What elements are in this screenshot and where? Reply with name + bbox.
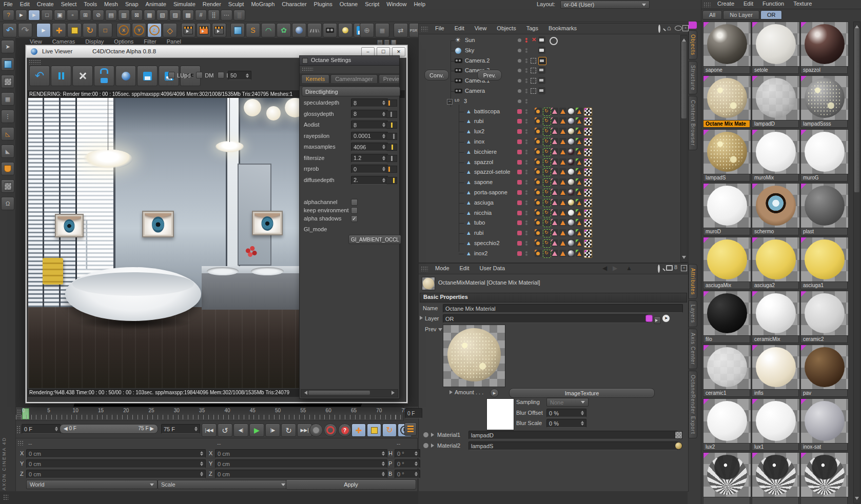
visibility-dots[interactable]: [525, 200, 527, 206]
visibility-dots[interactable]: [525, 169, 527, 175]
smoothing-tag[interactable]: ↻: [543, 128, 551, 136]
stepper-icon[interactable]: [415, 450, 418, 457]
object-menu-file[interactable]: File: [430, 24, 449, 32]
camera-tag-selected[interactable]: [538, 57, 546, 65]
current-frame-field[interactable]: 0 F: [22, 424, 61, 434]
material-thumb[interactable]: [800, 452, 849, 497]
object-menu-tags[interactable]: Tags: [521, 24, 543, 32]
position-toggle-icon[interactable]: ✚: [351, 424, 366, 437]
coord-field-P1[interactable]: 0 °: [395, 459, 420, 468]
layer-color-swatch[interactable]: [645, 315, 653, 322]
mode-edges-icon[interactable]: ◺: [1, 127, 14, 140]
octane-settings-titlebar[interactable]: Octane Settings: [300, 56, 399, 66]
layer-dot[interactable]: [518, 38, 521, 42]
material1-field[interactable]: lampadD: [468, 431, 678, 439]
new-panel-icon[interactable]: +: [681, 265, 687, 271]
mode-uv-icon[interactable]: [1, 179, 14, 193]
add-light-icon[interactable]: [338, 23, 353, 37]
phong-tag[interactable]: [535, 158, 542, 166]
texture-tag[interactable]: [584, 108, 592, 116]
mesh-a-icon[interactable]: ▦: [144, 10, 155, 21]
target-icon[interactable]: [531, 68, 536, 73]
layer-color-square[interactable]: [517, 139, 522, 144]
grid-x-icon[interactable]: ⊠: [131, 10, 143, 21]
object-row-Camera[interactable]: Camera: [419, 86, 680, 96]
material-thumb[interactable]: [800, 75, 849, 120]
render-tools-icon[interactable]: [72, 66, 93, 86]
gi-mode-dropdown[interactable]: GI_AMBIENT_OCCL: [348, 235, 401, 244]
visibility-dots[interactable]: [525, 68, 527, 73]
material-tag[interactable]: [568, 158, 575, 166]
stepper-icon[interactable]: [415, 470, 418, 478]
material-tag[interactable]: [568, 189, 575, 196]
material-tag[interactable]: [568, 199, 575, 206]
panel-handle[interactable]: [703, 2, 711, 7]
material-thumb[interactable]: [703, 398, 751, 443]
dock-tab-layers[interactable]: Layers: [689, 300, 697, 327]
amount-menu-icon[interactable]: ▶: [490, 389, 499, 397]
checkbox-box[interactable]: [196, 72, 203, 78]
pink-tri-tag[interactable]: [551, 199, 558, 206]
material-thumb[interactable]: [703, 345, 751, 390]
selection-box-icon[interactable]: □: [41, 10, 53, 21]
texture-tag[interactable]: [584, 178, 592, 187]
grid-a-icon[interactable]: ▤: [105, 10, 117, 21]
layout-dropdown[interactable]: or-04 (User): [560, 1, 650, 9]
object-row-porta-sapone[interactable]: ▲porta-sapone↻: [419, 188, 680, 198]
mesh-c-icon[interactable]: ▨: [169, 10, 181, 21]
layer-dot[interactable]: [518, 99, 521, 103]
smoothing-tag[interactable]: ↻: [543, 108, 551, 116]
pink-tri-tag[interactable]: [551, 117, 558, 125]
phong-tag[interactable]: [535, 168, 542, 175]
mesh-e-icon[interactable]: #: [195, 10, 207, 21]
smoothing-tag[interactable]: ↻: [543, 239, 551, 248]
visibility-dots[interactable]: [525, 88, 527, 94]
help-icon[interactable]: ?: [338, 424, 351, 437]
layer-color-square[interactable]: [517, 129, 522, 134]
add-camera-icon[interactable]: [323, 23, 337, 37]
material-thumb[interactable]: [800, 237, 849, 282]
material-thumb[interactable]: [703, 75, 751, 120]
uvw-tag[interactable]: [576, 209, 583, 216]
pink-tri-tag[interactable]: [551, 168, 558, 175]
texture-tag[interactable]: [584, 239, 592, 248]
texture-tag[interactable]: [584, 128, 592, 136]
parent-up-icon[interactable]: ▲: [626, 265, 632, 272]
material-thumb[interactable]: [800, 398, 849, 443]
render-view-icon[interactable]: [181, 23, 195, 37]
tab-kernels[interactable]: Kernels: [301, 74, 329, 83]
texture-tag[interactable]: [584, 189, 592, 197]
material-thumb[interactable]: [703, 22, 751, 67]
stepper-icon[interactable]: [382, 99, 385, 107]
new-panel-icon[interactable]: +: [682, 25, 689, 31]
material2-field[interactable]: lampadS: [468, 441, 678, 450]
orange-tri-tag[interactable]: [559, 117, 566, 125]
mode-polygons-icon[interactable]: ◣: [1, 145, 14, 158]
visibility-dots[interactable]: [525, 118, 527, 124]
pause-render-icon[interactable]: [51, 66, 71, 86]
uvw-tag[interactable]: [576, 189, 583, 196]
material-thumb[interactable]: [752, 75, 800, 120]
selection-pair-icon[interactable]: ▫: [67, 10, 79, 21]
param-field-speculardepth[interactable]: 8: [351, 98, 388, 107]
visibility-dots[interactable]: [525, 139, 527, 145]
layer-color-square[interactable]: [517, 251, 522, 256]
uvw-tag[interactable]: [576, 239, 583, 247]
phong-tag[interactable]: [535, 199, 542, 206]
object-row-Sky[interactable]: Sky: [419, 46, 680, 56]
layer-menu-button[interactable]: [654, 316, 661, 324]
stepper-icon[interactable]: [382, 470, 385, 478]
history-back-icon[interactable]: ◀: [602, 265, 607, 272]
stepper-icon[interactable]: [382, 460, 385, 468]
material-tag[interactable]: [568, 117, 575, 125]
tip-icon[interactable]: ?: [3, 10, 14, 21]
add-deformer-icon[interactable]: [292, 23, 306, 37]
lock-icon[interactable]: [666, 265, 673, 271]
material-menu-edit[interactable]: Edit: [739, 0, 758, 7]
dock-tab-content-browser[interactable]: Content Browser: [689, 96, 697, 150]
material-sapone[interactable]: sapone: [703, 22, 750, 74]
material-tag[interactable]: [568, 148, 575, 155]
checkbox-lupd[interactable]: LUpd.: [168, 72, 192, 78]
object-menu-view[interactable]: View: [469, 24, 492, 32]
layer-color-square[interactable]: [517, 231, 522, 235]
